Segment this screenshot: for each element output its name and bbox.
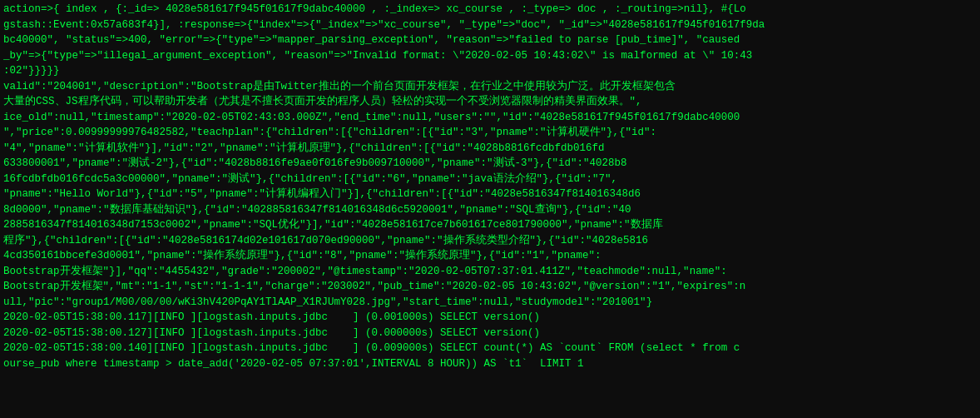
log-line-14: 8d0000","pname":"数据库基础知识"},{"id":"402885… xyxy=(3,202,977,218)
log-line-20: ull,"pic":"group1/M00/00/00/wKi3hV420PqA… xyxy=(3,295,977,311)
log-line-19: Bootstrap开发框架","mt":"1-1","st":"1-1-1","… xyxy=(3,279,977,295)
log-line-15: 2885816347f814016348d7153c0002","pname":… xyxy=(3,217,977,233)
log-line-16: 程序"},{"children":[{"id":"4028e5816174d02… xyxy=(3,233,977,249)
log-line-22: 2020-02-05T15:38:00.127][INFO ][logstash… xyxy=(3,326,977,341)
log-line-11: 633800001","pname":"测试-2"},{"id":"4028b8… xyxy=(3,156,977,172)
log-line-12: 16fcdbfdb016fcdc5a3c00000","pname":"测试"}… xyxy=(3,172,977,187)
log-line-23: 2020-02-05T15:38:00.140][INFO ][logstash… xyxy=(3,341,977,356)
log-line-3: bc40000", "status"=>400, "error"=>{"type… xyxy=(3,32,977,48)
log-lines-container: action=>{ index , {:_id=> 4028e581617f94… xyxy=(3,2,977,371)
log-line-8: ice_old":null,"timestamp":"2020-02-05T02… xyxy=(3,110,977,126)
log-line-24: ourse_pub where timestamp > date_add('20… xyxy=(3,356,977,372)
log-line-5: :02"}}}}} xyxy=(3,63,977,79)
log-output: { "lines": [ {"id": "line1", "text": "ac… xyxy=(3,2,977,418)
log-line-6: valid":"204001","description":"Bootstrap… xyxy=(3,79,977,95)
log-line-7: 大量的CSS、JS程序代码，可以帮助开发者（尤其是不擅长页面开发的程序人员）轻松… xyxy=(3,94,977,110)
log-line-13: "pname":"Hello World"},{"id":"5","pname"… xyxy=(3,187,977,202)
log-line-21: 2020-02-05T15:38:00.117][INFO ][logstash… xyxy=(3,310,977,326)
log-line-4: _by"=>{"type"=>"illegal_argument_excepti… xyxy=(3,48,977,64)
log-line-17: 4cd350161bbcefe3d0001","pname":"操作系统原理"}… xyxy=(3,248,977,264)
log-line-2: gstash::Event:0x57a683f4}], :response=>{… xyxy=(3,17,977,33)
log-line-18: Bootstrap开发框架"}],"qq":"4455432","grade":… xyxy=(3,264,977,280)
log-line-1: action=>{ index , {:_id=> 4028e581617f94… xyxy=(3,2,977,17)
log-line-10: "4","pname":"计算机软件"}],"id":"2","pname":"… xyxy=(3,141,977,157)
log-line-9: ","price":0.00999999976482582,"teachplan… xyxy=(3,125,977,141)
